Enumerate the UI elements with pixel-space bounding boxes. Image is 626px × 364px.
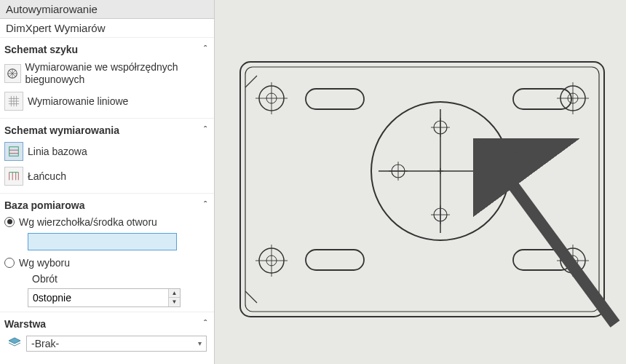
vertex-selection-field[interactable]	[28, 233, 177, 250]
rotation-input[interactable]	[28, 289, 168, 306]
panel-subtitle: DimXpert Wymiarów	[0, 19, 214, 38]
radio-icon	[4, 217, 15, 227]
spin-up-button[interactable]: ▲	[169, 289, 180, 298]
chevron-up-icon: ˆ	[204, 319, 207, 329]
option-baseline[interactable]: Linia bazowa	[3, 139, 211, 164]
drawing-viewport[interactable]	[215, 0, 626, 364]
layer-select[interactable]: -Brak- ▾	[26, 336, 207, 352]
radio-by-vertex-label: Wg wierzchołka/środka otworu	[19, 216, 157, 228]
polar-dim-icon	[4, 64, 21, 83]
panel-title: Autowymiarowanie	[0, 0, 214, 19]
radio-icon	[4, 258, 15, 268]
option-baseline-label: Linia bazowa	[28, 146, 87, 157]
radio-by-selection[interactable]: Wg wyboru	[3, 255, 211, 271]
section-layer-title: Warstwa	[4, 318, 46, 330]
layer-icon	[7, 336, 22, 350]
radio-by-vertex[interactable]: Wg wierzchołka/środka otworu	[3, 214, 211, 230]
option-polar-dimensioning[interactable]: Wymiarowanie we współrzędnych biegunowyc…	[3, 58, 211, 89]
rotation-spinbox[interactable]: ▲ ▼	[28, 288, 181, 307]
chevron-up-icon: ˆ	[204, 200, 207, 210]
section-dim-scheme-title: Schemat wymiarowania	[4, 124, 119, 136]
option-linear-label: Wymiarowanie liniowe	[28, 95, 128, 107]
radio-by-selection-label: Wg wyboru	[19, 257, 70, 269]
section-pattern-scheme-title: Schemat szyku	[4, 44, 78, 55]
section-layer-header[interactable]: Warstwa ˆ	[3, 317, 211, 333]
chevron-up-icon: ˆ	[204, 125, 207, 135]
linear-dim-icon	[4, 92, 23, 111]
option-linear-dimensioning[interactable]: Wymiarowanie liniowe	[3, 89, 211, 114]
option-chain[interactable]: Łańcuch	[3, 164, 211, 189]
option-chain-label: Łańcuch	[28, 170, 66, 182]
part-drawing	[237, 58, 608, 320]
section-dim-scheme-header[interactable]: Schemat wymiarowania ˆ	[3, 123, 211, 139]
layer-select-value: -Brak-	[31, 338, 59, 349]
chain-icon	[4, 167, 23, 186]
section-pattern-scheme-header[interactable]: Schemat szyku ˆ	[3, 42, 211, 58]
svg-rect-2	[240, 62, 604, 317]
chevron-up-icon: ˆ	[204, 44, 207, 55]
baseline-icon	[4, 142, 23, 161]
option-polar-label: Wymiarowanie we współrzędnych biegunowyc…	[25, 61, 210, 86]
section-measure-base-title: Baza pomiarowa	[4, 199, 84, 211]
rotation-label: Obrót	[3, 271, 211, 287]
section-measure-base-header[interactable]: Baza pomiarowa ˆ	[3, 198, 211, 214]
spin-down-button[interactable]: ▼	[169, 298, 180, 306]
dropdown-caret-icon: ▾	[198, 339, 202, 347]
svg-rect-1	[9, 146, 19, 156]
